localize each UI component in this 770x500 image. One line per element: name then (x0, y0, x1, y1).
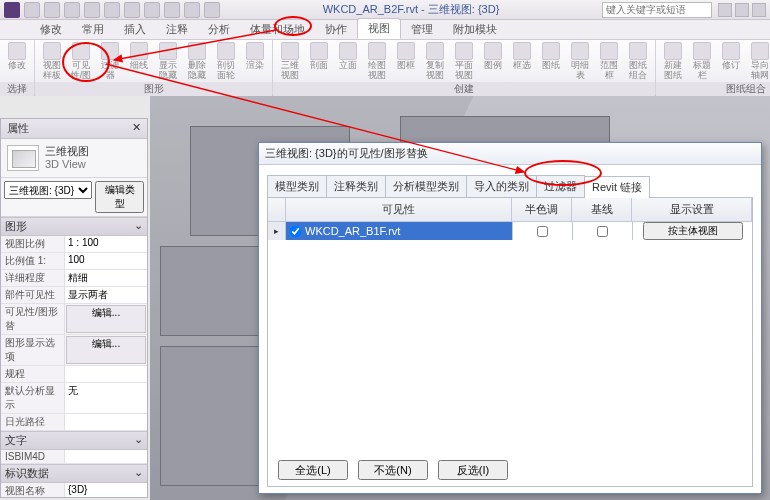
ribbon-tab-9[interactable]: 附加模块 (443, 20, 507, 39)
user-icon[interactable] (752, 3, 766, 17)
ribbon-tab-2[interactable]: 插入 (114, 20, 156, 39)
qat-sync-icon[interactable] (164, 2, 180, 18)
props-edit-button[interactable]: 编辑... (66, 336, 146, 364)
ribbon-btn-2-10[interactable]: 明细表 (567, 42, 593, 80)
ribbon-tab-4[interactable]: 分析 (198, 20, 240, 39)
instance-selector[interactable]: 三维视图: {3D} (4, 181, 92, 199)
ribbon-tab-0[interactable]: 修改 (30, 20, 72, 39)
dialog-tab-5[interactable]: Revit 链接 (585, 176, 650, 198)
display-settings-button[interactable]: 按主体视图 (643, 222, 743, 240)
ribbon-btn-2-2[interactable]: 立面 (335, 42, 361, 80)
ribbon-btn-3-3[interactable]: 导向轴网 (747, 42, 770, 80)
qat-more-icon[interactable] (204, 2, 220, 18)
type-subname: 3D View (45, 158, 89, 171)
props-value[interactable]: 精细 (65, 270, 147, 286)
ribbon-btn-2-7[interactable]: 图例 (480, 42, 506, 80)
props-value[interactable] (65, 450, 147, 463)
infocenter-icon[interactable] (718, 3, 732, 17)
props-category[interactable]: 标识数据⌄ (1, 464, 147, 483)
col-underlay: 基线 (572, 198, 632, 221)
qat-sep-icon (184, 2, 200, 18)
props-key: 详细程度 (1, 270, 65, 286)
ribbon-btn-3-0[interactable]: 新建图纸 (660, 42, 686, 80)
ribbon-btn-1-4[interactable]: 显示隐藏线 (155, 42, 181, 80)
qat-redo-icon[interactable] (84, 2, 100, 18)
props-key: 视图名称 (1, 483, 65, 497)
ribbon-tab-1[interactable]: 常用 (72, 20, 114, 39)
dialog-tab-0[interactable]: 模型类别 (267, 175, 327, 197)
ribbon-icon (101, 42, 119, 60)
ribbon-btn-1-5[interactable]: 删除隐藏线 (184, 42, 210, 80)
ribbon-tab-5[interactable]: 体量和场地 (240, 20, 315, 39)
link-row[interactable]: ▸WKCD_AR_B1F.rvt按主体视图 (268, 222, 752, 240)
qat-open-icon[interactable] (24, 2, 40, 18)
ribbon-btn-2-3[interactable]: 绘图视图 (364, 42, 390, 80)
qat-undo-icon[interactable] (64, 2, 80, 18)
ribbon-btn-1-2[interactable]: 过滤器 (97, 42, 123, 80)
dialog-tab-1[interactable]: 注释类别 (327, 175, 386, 197)
ribbon-btn-2-5[interactable]: 复制视图 (422, 42, 448, 80)
ribbon-btn-1-3[interactable]: 细线 (126, 42, 152, 80)
dialog-tab-3[interactable]: 导入的类别 (467, 175, 537, 197)
ribbon-btn-2-9[interactable]: 图纸 (538, 42, 564, 80)
ribbon-btn-3-2[interactable]: 修订 (718, 42, 744, 80)
props-category[interactable]: 文字⌄ (1, 431, 147, 450)
ribbon-btn-0-0[interactable]: 修改 (4, 42, 30, 80)
ribbon-btn-2-11[interactable]: 范围框 (596, 42, 622, 80)
props-key: 部件可见性 (1, 287, 65, 303)
ribbon-panel: 修改选择视图样板可见性/图形过滤器细线显示隐藏线删除隐藏线剖切面轮廓渲染图形三维… (0, 40, 770, 96)
ribbon-btn-2-6[interactable]: 平面视图 (451, 42, 477, 80)
dialog-tab-2[interactable]: 分析模型类别 (386, 175, 467, 197)
edit-type-button[interactable]: 编辑类型 (95, 181, 144, 213)
props-value[interactable]: 显示两者 (65, 287, 147, 303)
dialog-tab-4[interactable]: 过滤器 (537, 175, 585, 197)
ribbon-tabs: 修改常用插入注释分析体量和场地协作视图管理附加模块 (0, 20, 770, 40)
ribbon-btn-1-0[interactable]: 视图样板 (39, 42, 65, 80)
underlay-checkbox[interactable] (597, 226, 608, 237)
props-value[interactable] (65, 414, 147, 430)
link-visibility-checkbox[interactable] (290, 226, 301, 237)
ribbon-btn-2-4[interactable]: 图框 (393, 42, 419, 80)
ribbon-btn-1-1[interactable]: 可见性/图形 (68, 42, 94, 80)
props-value[interactable]: 无 (65, 383, 147, 413)
ribbon-btn-2-0[interactable]: 三维视图 (277, 42, 303, 80)
ribbon-btn-label: 删除隐藏线 (184, 60, 210, 80)
ribbon-btn-2-8[interactable]: 框选 (509, 42, 535, 80)
ribbon-btn-label: 新建图纸 (660, 60, 686, 80)
props-edit-button[interactable]: 编辑... (66, 305, 146, 333)
props-row: 可见性/图形替编辑... (1, 304, 147, 335)
qat-save-icon[interactable] (44, 2, 60, 18)
qat-text-icon[interactable] (144, 2, 160, 18)
props-value[interactable]: {3D} (65, 483, 147, 497)
ribbon-tab-8[interactable]: 管理 (401, 20, 443, 39)
ribbon-icon (188, 42, 206, 60)
ribbon-btn-label: 图例 (484, 60, 502, 80)
ribbon-tab-3[interactable]: 注释 (156, 20, 198, 39)
search-input[interactable] (602, 2, 712, 18)
ribbon-btn-2-12[interactable]: 图纸组合 (625, 42, 651, 80)
ribbon-icon (397, 42, 415, 60)
props-value[interactable]: 100 (65, 253, 147, 269)
ribbon-btn-1-6[interactable]: 剖切面轮廓 (213, 42, 239, 80)
select-none-button[interactable]: 不选(N) (358, 460, 428, 480)
help-icon[interactable] (735, 3, 749, 17)
ribbon-icon (246, 42, 264, 60)
qat-measure-icon[interactable] (124, 2, 140, 18)
close-icon[interactable]: ✕ (132, 121, 141, 136)
props-category[interactable]: 图形⌄ (1, 217, 147, 236)
ribbon-btn-2-1[interactable]: 剖面 (306, 42, 332, 80)
select-all-button[interactable]: 全选(L) (278, 460, 348, 480)
ribbon-tab-6[interactable]: 协作 (315, 20, 357, 39)
invert-selection-button[interactable]: 反选(I) (438, 460, 508, 480)
expand-icon[interactable]: ▸ (274, 226, 279, 236)
props-value[interactable]: 1 : 100 (65, 236, 147, 252)
ribbon-btn-3-1[interactable]: 标题栏 (689, 42, 715, 80)
ribbon-btn-label: 剖切面轮廓 (213, 60, 239, 80)
ribbon-btn-1-7[interactable]: 渲染 (242, 42, 268, 80)
ribbon-tab-7[interactable]: 视图 (357, 18, 401, 39)
props-value[interactable] (65, 366, 147, 382)
halftone-checkbox[interactable] (537, 226, 548, 237)
qat-print-icon[interactable] (104, 2, 120, 18)
document-title: WKCD_AR_B2F.rvt - 三维视图: {3D} (220, 2, 602, 17)
ribbon-icon (339, 42, 357, 60)
